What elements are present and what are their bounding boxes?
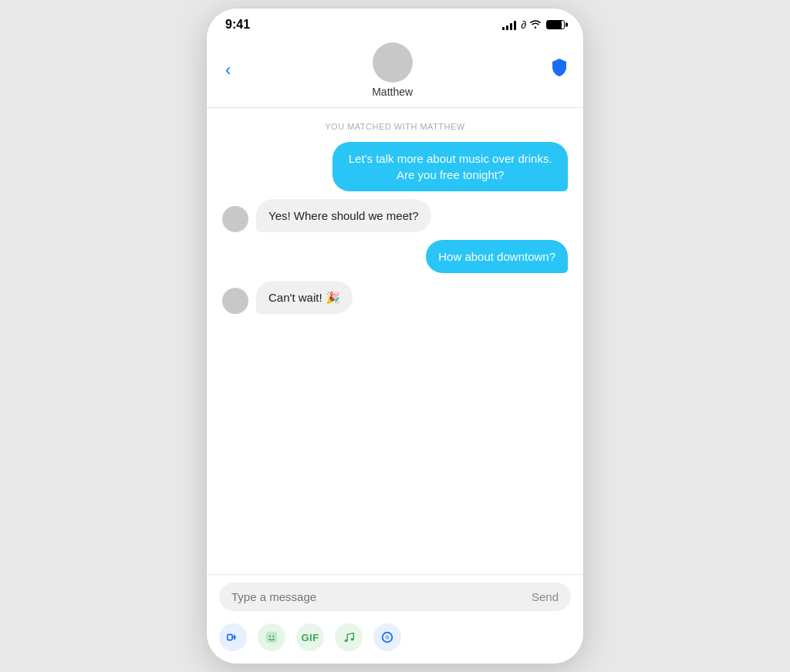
message-bubble: How about downtown?: [426, 240, 568, 273]
status-time: 9:41: [225, 18, 250, 32]
contact-name: Matthew: [372, 86, 413, 98]
giphy-button[interactable]: [219, 623, 247, 651]
match-label: YOU MATCHED WITH MATTHEW: [222, 122, 568, 131]
header-center: Matthew: [372, 42, 413, 98]
svg-point-5: [351, 638, 354, 641]
battery-icon: [546, 20, 565, 29]
message-input[interactable]: [231, 590, 532, 603]
status-icons: ∂: [502, 19, 565, 31]
svg-point-7: [385, 635, 389, 639]
message-row: Yes! Where should we meet?: [222, 199, 568, 232]
svg-point-4: [345, 640, 348, 643]
circle-button[interactable]: [373, 623, 401, 651]
svg-point-3: [272, 636, 274, 637]
phone-frame: 9:41 ∂ ‹ Matthew: [206, 8, 584, 664]
status-bar: 9:41 ∂: [207, 8, 583, 36]
toolbar-row: GIF: [207, 617, 583, 664]
send-button[interactable]: Send: [532, 590, 559, 603]
svg-rect-0: [228, 634, 232, 640]
message-bubble: Let's talk more about music over drinks.…: [333, 142, 568, 191]
avatar-small: [222, 206, 248, 232]
avatar-small: [222, 288, 248, 314]
chat-header: ‹ Matthew: [207, 36, 583, 108]
avatar[interactable]: [373, 42, 413, 83]
svg-point-2: [269, 636, 271, 637]
gif-button[interactable]: GIF: [296, 623, 324, 651]
message-bubble: Yes! Where should we meet?: [256, 199, 431, 232]
message-bubble: Can't wait! 🎉: [256, 281, 353, 314]
shield-icon[interactable]: [551, 58, 568, 83]
input-row: Send: [219, 583, 571, 611]
music-button[interactable]: [335, 623, 363, 651]
chat-body: YOU MATCHED WITH MATTHEW Let's talk more…: [207, 108, 583, 574]
chat-input-area: Send: [207, 574, 583, 617]
signal-bars-icon: [502, 19, 516, 30]
back-button[interactable]: ‹: [222, 57, 234, 83]
message-row: Can't wait! 🎉: [222, 281, 568, 314]
wifi-icon: ∂: [521, 19, 542, 31]
sticker-button[interactable]: [258, 623, 285, 651]
message-row: How about downtown?: [222, 240, 568, 273]
svg-rect-1: [266, 632, 277, 643]
message-row: Let's talk more about music over drinks.…: [222, 142, 568, 191]
